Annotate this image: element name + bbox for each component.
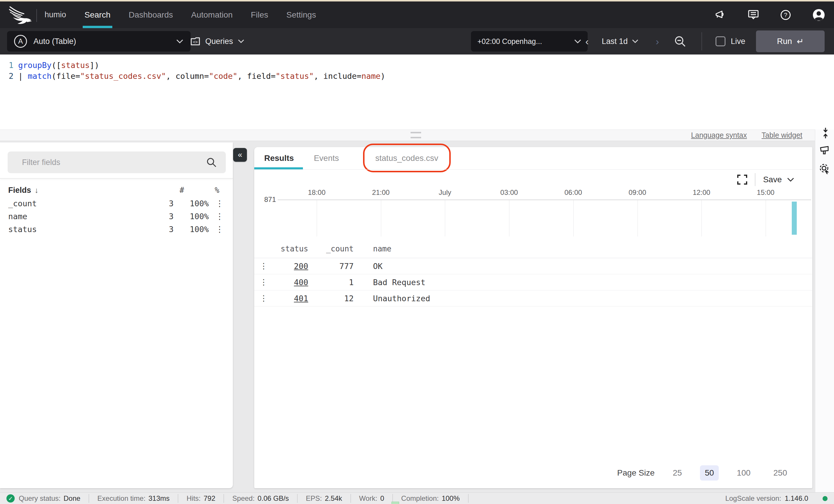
- status-label: Execution time:: [97, 494, 146, 503]
- status-value: 2.54k: [325, 494, 342, 503]
- events-timeline-chart[interactable]: 871 18:0021:00July03:0006:0009:0012:0015…: [254, 187, 812, 237]
- time-back-button[interactable]: ‹: [585, 28, 589, 54]
- nav-menu: SearchDashboardsAutomationFilesSettings: [85, 1, 316, 28]
- status-label: EPS:: [306, 494, 322, 503]
- nav-item-files[interactable]: Files: [251, 1, 268, 28]
- kebab-menu-icon[interactable]: ⋮: [254, 261, 273, 271]
- chevron-down-icon: [176, 39, 183, 44]
- page-size-option-100[interactable]: 100: [732, 465, 755, 481]
- splitter-drag-handle[interactable]: [411, 132, 421, 138]
- column-header-status[interactable]: status: [273, 244, 308, 253]
- pointer-target-icon[interactable]: [819, 163, 830, 174]
- page-size-option-50[interactable]: 50: [700, 465, 719, 481]
- collapse-vertical-icon[interactable]: [821, 127, 830, 139]
- field-row-_count[interactable]: _count3100%⋮: [0, 197, 233, 210]
- announcements-megaphone-icon[interactable]: [715, 10, 727, 20]
- user-avatar-icon[interactable]: [812, 8, 825, 21]
- results-tabs: ResultsEventsstatus_codes.csv: [264, 147, 438, 169]
- percent-column-header: %: [184, 186, 219, 194]
- zoom-out-time-icon[interactable]: [674, 35, 687, 48]
- fields-header-label[interactable]: Fields↓: [8, 186, 163, 195]
- page-size-label: Page Size: [617, 468, 655, 478]
- kebab-menu-icon[interactable]: ⋮: [209, 211, 231, 221]
- fullscreen-icon[interactable]: [737, 175, 747, 185]
- field-count: 3: [153, 199, 174, 208]
- nav-item-dashboards[interactable]: Dashboards: [129, 1, 173, 28]
- cell-status[interactable]: 200: [273, 262, 308, 271]
- kebab-menu-icon[interactable]: ⋮: [209, 199, 231, 208]
- run-button[interactable]: Run ↵: [756, 30, 825, 52]
- version-value: 1.146.0: [785, 494, 808, 503]
- column-header-name[interactable]: name: [373, 244, 812, 253]
- status-segment: EPS:2.54k: [298, 494, 351, 503]
- cell-status[interactable]: 401: [273, 294, 308, 303]
- time-range-dropdown[interactable]: Last 1d: [602, 28, 638, 54]
- active-tab-underline: [254, 167, 303, 169]
- link-language-syntax[interactable]: Language syntax: [691, 131, 747, 139]
- y-axis-max-label: 871: [263, 196, 276, 204]
- right-tool-strip: [815, 130, 834, 501]
- fields-list: _count3100%⋮name3100%⋮status3100%⋮: [0, 197, 233, 235]
- nav-item-search[interactable]: Search: [85, 1, 111, 28]
- field-row-status[interactable]: status3100%⋮: [0, 223, 233, 235]
- filter-fields-input[interactable]: [8, 158, 206, 167]
- gridline: [381, 200, 381, 236]
- sort-down-icon: ↓: [35, 186, 38, 195]
- timezone-dropdown[interactable]: +02:00 Copenhag...: [471, 31, 588, 51]
- cell-name: Unauthorized: [373, 294, 812, 303]
- toolbar-divider: [755, 173, 755, 186]
- queries-label: Queries: [205, 37, 233, 46]
- x-tick-label: 03:00: [500, 188, 518, 197]
- column-header-count[interactable]: _count: [308, 244, 354, 253]
- code-text: | match(file="status_codes.csv", column=…: [18, 71, 385, 81]
- logscale-search-page: humio SearchDashboardsAutomationFilesSet…: [0, 0, 834, 504]
- status-bar: ✓Query status:DoneExecution time:313msHi…: [0, 492, 834, 504]
- chevron-down-icon: [574, 39, 581, 44]
- timeline-bar[interactable]: [792, 202, 797, 235]
- kebab-menu-icon[interactable]: ⋮: [254, 277, 273, 287]
- display-mode-value: Auto (Table): [34, 37, 76, 46]
- code-line: 1groupBy([status]): [0, 60, 834, 71]
- field-percent: 100%: [174, 212, 209, 221]
- queries-dropdown[interactable]: <> Queries: [190, 31, 244, 51]
- chevron-down-icon: [238, 39, 244, 43]
- field-row-name[interactable]: name3100%⋮: [0, 210, 233, 223]
- brush-clear-icon[interactable]: [819, 145, 829, 156]
- status-value: 0: [380, 494, 384, 503]
- kebab-menu-icon[interactable]: ⋮: [254, 294, 273, 303]
- kebab-menu-icon[interactable]: ⋮: [209, 225, 231, 234]
- crowdstrike-falcon-logo-icon[interactable]: [8, 5, 34, 25]
- time-forward-button[interactable]: ›: [656, 28, 659, 54]
- live-checkbox[interactable]: [716, 36, 725, 46]
- page-size-option-25[interactable]: 25: [668, 465, 686, 481]
- table-row-status-200: ⋮200777OK: [254, 258, 812, 274]
- tab-status-codes-csv[interactable]: status_codes.csv: [375, 154, 438, 163]
- search-icon: [206, 157, 216, 167]
- gridline: [317, 200, 317, 236]
- collapse-fields-panel-button[interactable]: «: [233, 148, 247, 162]
- page-size-option-250[interactable]: 250: [769, 465, 792, 481]
- x-tick-label: 15:00: [757, 188, 774, 197]
- tab-events[interactable]: Events: [314, 154, 339, 163]
- display-mode-dropdown[interactable]: A Auto (Table): [7, 31, 191, 51]
- query-code: 1groupBy([status])2| match(file="status_…: [0, 60, 834, 82]
- repository-name[interactable]: humio: [45, 1, 66, 28]
- save-dropdown[interactable]: Save: [763, 175, 794, 184]
- version-info: LogScale version: 1.146.0: [725, 492, 808, 504]
- cell-status[interactable]: 400: [273, 278, 308, 287]
- tab-results[interactable]: Results: [264, 154, 294, 163]
- help-icon[interactable]: ?: [780, 9, 791, 21]
- query-editor[interactable]: 1groupBy([status])2| match(file="status_…: [0, 54, 834, 130]
- gridline: [701, 200, 702, 236]
- health-status-dot: [822, 496, 828, 501]
- feedback-comment-icon[interactable]: [748, 10, 759, 20]
- table-row-status-401: ⋮40112Unauthorized: [254, 290, 812, 306]
- chevron-down-icon: [787, 178, 794, 182]
- nav-item-automation[interactable]: Automation: [191, 1, 233, 28]
- link-table-widget[interactable]: Table widget: [762, 131, 802, 139]
- status-segment: ✓Query status:Done: [6, 494, 89, 503]
- svg-text:<>: <>: [193, 40, 198, 44]
- page-size-options: 2550100250: [668, 465, 792, 481]
- fields-panel: Fields↓ # % _count3100%⋮name3100%⋮status…: [0, 142, 233, 488]
- nav-item-settings[interactable]: Settings: [286, 1, 316, 28]
